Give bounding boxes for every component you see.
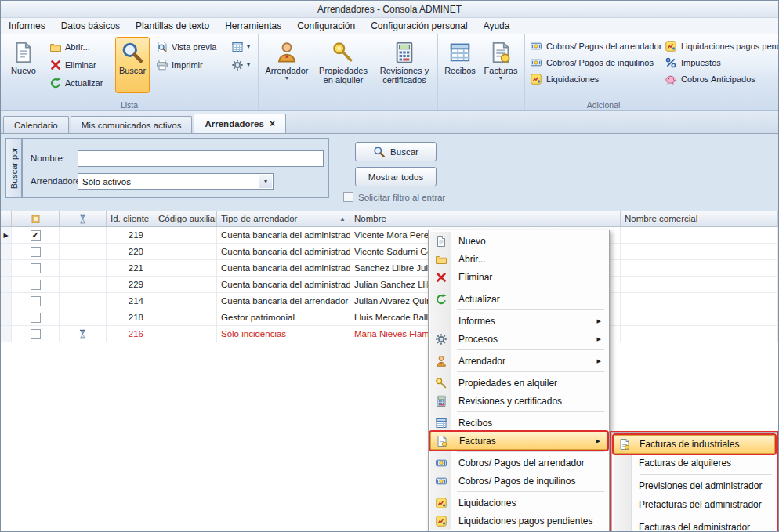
cobros-pagos-inquilinos-button[interactable]: Cobros/ Pagos de inquilinos bbox=[527, 55, 662, 71]
context-menu-item-revisiones-y-certificados[interactable]: Revisiones y certificados bbox=[430, 392, 607, 410]
table-row[interactable]: 219 Cuenta bancaria del administrador Vi… bbox=[1, 227, 778, 244]
table-row[interactable]: 221 Cuenta bancaria del administrador Sa… bbox=[1, 260, 778, 277]
eliminar-button[interactable]: Eliminar bbox=[45, 56, 113, 73]
row-checkbox[interactable] bbox=[31, 230, 41, 241]
vista-previa-button[interactable]: Vista previa bbox=[152, 38, 224, 55]
sort-ascending-icon: ▲ bbox=[339, 215, 346, 223]
liquidaciones-pagos-pendientes-button[interactable]: Liquidaciones pagos pendientes bbox=[662, 38, 779, 54]
abrir-button[interactable]: Abrir... bbox=[45, 38, 113, 55]
menu-ayuda[interactable]: Ayuda bbox=[476, 19, 518, 33]
context-menu-item-recibos[interactable]: Recibos bbox=[430, 414, 607, 432]
submenu-item-facturas-del-administrador[interactable]: Facturas del administrador bbox=[614, 518, 775, 532]
column-header-id-cliente[interactable]: Id. cliente bbox=[107, 211, 154, 226]
close-icon[interactable]: × bbox=[270, 118, 275, 129]
new-document-icon bbox=[435, 235, 447, 248]
tab-mis-comunicados-activos[interactable]: Mis comunicados activos bbox=[71, 116, 193, 133]
menu-datos-basicos[interactable]: Datos básicos bbox=[53, 19, 128, 33]
context-menu-item-cobros-pagos-de-inquilinos[interactable]: Cobros/ Pagos de inquilinos bbox=[430, 472, 607, 490]
menu-herramientas[interactable]: Herramientas bbox=[217, 19, 289, 33]
recibos-button[interactable]: Recibos bbox=[441, 37, 479, 93]
cobros-anticipados-button[interactable]: Cobros Anticipados bbox=[662, 71, 779, 87]
row-checkbox[interactable] bbox=[31, 280, 41, 290]
menu-bar: Informes Datos básicos Plantillas de tex… bbox=[1, 18, 778, 34]
mostrar-todos-button[interactable]: Mostrar todos bbox=[355, 167, 437, 186]
cobros-pagos-arrendador-button[interactable]: Cobros/ Pagos del arrendador bbox=[527, 38, 662, 54]
row-checkbox[interactable] bbox=[31, 296, 41, 306]
current-row-indicator bbox=[1, 227, 12, 243]
cell-codigo bbox=[154, 293, 217, 309]
select-all-header[interactable] bbox=[12, 211, 60, 226]
column-header-label: Código auxiliar bbox=[158, 214, 217, 223]
context-menu-item-informes[interactable]: Informes ▶ bbox=[430, 312, 607, 330]
table-row[interactable]: 218 Gestor patrimonial Lluis Mercade Bal… bbox=[1, 309, 778, 326]
submenu-item-facturas-de-alquileres[interactable]: Facturas de alquileres bbox=[614, 454, 775, 472]
propiedades-en-alquiler-button[interactable]: Propiedades en alquiler bbox=[313, 37, 373, 93]
chevron-down-icon: ▾ bbox=[247, 44, 250, 50]
facturas-submenu: Facturas de industriales Facturas de alq… bbox=[611, 432, 777, 532]
actualizar-button[interactable]: Actualizar bbox=[45, 74, 113, 91]
table-row[interactable]: 220 Cuenta bancaria del administrador Vi… bbox=[1, 244, 778, 260]
menu-configuracion-personal[interactable]: Configuración personal bbox=[363, 19, 475, 33]
column-header-nombre[interactable]: Nombre bbox=[350, 211, 621, 226]
context-menu-item-liquidaciones-pagos-pendientes[interactable]: Liquidaciones pagos pendientes bbox=[430, 512, 607, 530]
context-menu-item-actualizar[interactable]: Actualizar bbox=[430, 290, 607, 308]
column-header-nombre-comercial[interactable]: Nombre comercial bbox=[621, 211, 778, 226]
column-header-tipo-de-arrendador[interactable]: Tipo de arrendador ▲ bbox=[217, 211, 350, 226]
dropdown-button[interactable]: ▾ bbox=[259, 175, 272, 188]
delete-icon bbox=[49, 59, 62, 71]
submenu-item-prefacturas-del-administrador[interactable]: Prefacturas del administrador bbox=[614, 495, 775, 514]
row-checkbox[interactable] bbox=[31, 313, 41, 323]
submenu-item-previsiones-del-administrador[interactable]: Previsiones del administrador bbox=[614, 476, 775, 495]
flag-column-header[interactable] bbox=[60, 211, 107, 226]
row-checkbox[interactable] bbox=[31, 329, 41, 339]
context-menu-item-eliminar[interactable]: Eliminar bbox=[430, 268, 607, 286]
table-row[interactable]: 229 Cuenta bancaria del administrador Ju… bbox=[1, 277, 778, 293]
row-checkbox[interactable] bbox=[31, 263, 41, 273]
arrendadores-select[interactable]: Sólo activos ▾ bbox=[78, 173, 274, 190]
nombre-input[interactable] bbox=[78, 150, 324, 167]
nuevo-button[interactable]: Nuevo bbox=[4, 37, 43, 93]
menu-item-label: Liquidaciones bbox=[458, 498, 516, 508]
context-menu-item-abrir[interactable]: Abrir... bbox=[430, 250, 607, 268]
menu-item-label: Facturas bbox=[459, 436, 496, 447]
column-header-label: Nombre bbox=[354, 214, 386, 223]
key-icon bbox=[435, 377, 447, 389]
chevron-down-icon: ▾ bbox=[285, 75, 288, 81]
impuestos-button[interactable]: Impuestos bbox=[662, 55, 779, 71]
context-menu-item-cobros-pagos-del-arrendador[interactable]: Cobros/ Pagos del arrendador bbox=[430, 454, 607, 472]
settings-dropdown[interactable]: ▾ bbox=[227, 56, 254, 73]
liquidaciones-button[interactable]: Liquidaciones bbox=[527, 71, 662, 87]
context-menu-item-liquidaciones[interactable]: Liquidaciones bbox=[430, 494, 607, 512]
buscar-button[interactable]: Buscar bbox=[115, 37, 150, 93]
context-menu-item-nuevo[interactable]: Nuevo bbox=[430, 232, 607, 250]
column-header-codigo-auxiliar[interactable]: Código auxiliar bbox=[154, 211, 217, 226]
menu-configuracion[interactable]: Configuración bbox=[289, 19, 363, 33]
solicitar-filtro-checkbox[interactable] bbox=[343, 192, 353, 202]
menu-plantillas-de-texto[interactable]: Plantillas de texto bbox=[128, 19, 217, 33]
revisiones-y-certificados-button[interactable]: Revisiones y certificados bbox=[375, 37, 434, 93]
facturas-button[interactable]: Facturas ▾ bbox=[480, 37, 521, 93]
submenu-item-facturas-de-industriales[interactable]: Facturas de industriales bbox=[614, 435, 775, 454]
tab-calendario[interactable]: Calendario bbox=[3, 116, 69, 133]
menu-separator bbox=[640, 516, 772, 516]
menu-separator bbox=[457, 309, 604, 310]
cell-comercial bbox=[621, 277, 778, 292]
menu-informes[interactable]: Informes bbox=[1, 19, 53, 33]
table-row[interactable]: 214 Cuenta bancaria del arrendador Julia… bbox=[1, 293, 778, 309]
row-checkbox[interactable] bbox=[31, 247, 41, 257]
buscar-panel-button[interactable]: Buscar bbox=[355, 142, 437, 161]
tab-arrendadores[interactable]: Arrendadores × bbox=[194, 114, 285, 133]
view-options-dropdown[interactable]: ▾ bbox=[227, 38, 254, 55]
context-menu-item-propiedades-en-alquiler[interactable]: Propiedades en alquiler bbox=[430, 374, 607, 392]
menu-item-label: Facturas de alquileres bbox=[639, 458, 731, 469]
arrendador-button[interactable]: Arrendador ▾ bbox=[262, 37, 312, 93]
context-menu-item-procesos[interactable]: Procesos ▶ bbox=[430, 330, 607, 348]
context-menu-item-arrendador[interactable]: Arrendador ▶ bbox=[430, 352, 607, 370]
menu-item-label: Abrir... bbox=[458, 254, 486, 265]
table-row[interactable]: 216 Sólo incidencias Maria Nieves Flamer bbox=[1, 326, 778, 342]
row-indicator bbox=[1, 244, 12, 259]
chevron-down-icon: ▾ bbox=[499, 75, 502, 81]
context-menu-item-facturas[interactable]: Facturas ▶ bbox=[430, 432, 607, 450]
imprimir-button[interactable]: Imprimir bbox=[152, 56, 224, 73]
open-folder-icon bbox=[435, 253, 447, 266]
